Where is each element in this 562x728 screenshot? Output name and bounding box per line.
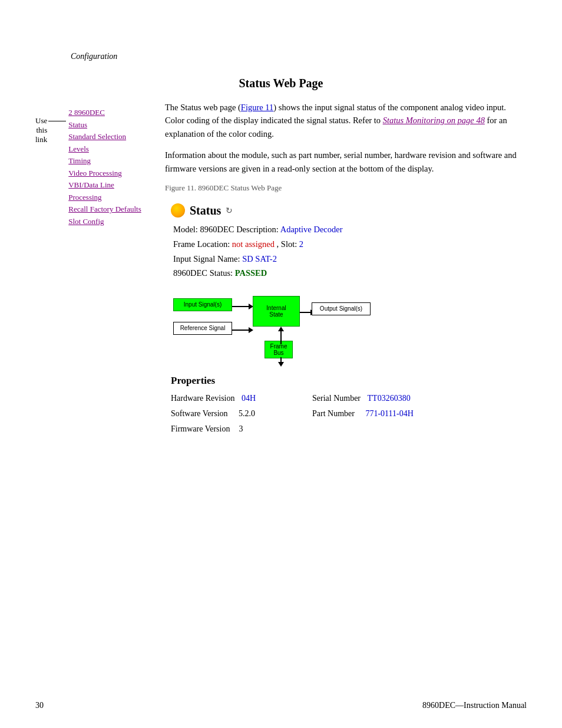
right-content: The Status web page (Figure 11) shows th… xyxy=(165,101,527,442)
properties-grid: Hardware Revision 04H Serial Number TT03… xyxy=(171,391,527,436)
nav-link-status[interactable]: Status xyxy=(68,119,141,131)
model-row: Model: 8960DEC Description: Adaptive Dec… xyxy=(173,222,527,237)
left-nav: Use this link 2 8960DEC Status Standard … xyxy=(35,101,153,442)
arrow-input-to-internal xyxy=(232,304,253,309)
status-monitoring-link[interactable]: Status Monitoring on page 48 xyxy=(383,116,485,125)
status-box: Status ↻ Model: 8960DEC Description: Ada… xyxy=(165,197,527,442)
part-number-item: Part Number 771-0111-04H xyxy=(312,407,527,421)
properties-section: Properties Hardware Revision 04H Serial … xyxy=(171,375,527,436)
arrow-down-to-framebus xyxy=(278,357,284,367)
nav-sidebar: Use this link 2 8960DEC Status Standard … xyxy=(35,106,153,227)
two-column-layout: Use this link 2 8960DEC Status Standard … xyxy=(35,101,527,442)
use-label: Use this link xyxy=(35,106,47,144)
arrow-ref-to-internal xyxy=(232,327,253,333)
nav-link-timing[interactable]: Timing xyxy=(68,155,141,167)
sw-version-item: Software Version 5.2.0 xyxy=(171,407,312,421)
nav-link-vbi-data-line[interactable]: VBI/Data Line xyxy=(68,179,141,191)
page-content: Configuration Status Web Page Use this l… xyxy=(35,35,527,442)
properties-title: Properties xyxy=(171,375,527,387)
header-text: Configuration xyxy=(71,52,117,61)
dec-status-row: 8960DEC Status: PASSED xyxy=(173,266,527,281)
figure-11-link[interactable]: Figure 11 xyxy=(241,103,273,112)
status-icon xyxy=(171,203,185,218)
status-header: Status ↻ xyxy=(171,203,527,218)
serial-number-item: Serial Number TT03260380 xyxy=(312,391,527,406)
nav-link-8960dec[interactable]: 2 8960DEC xyxy=(68,107,141,118)
nav-link-recall-factory-defaults[interactable]: Recall Factory Defaults xyxy=(68,203,141,215)
arrow-connector xyxy=(48,106,66,121)
signal-flow-diagram: Input Signal(s) Reference Signal xyxy=(173,288,373,364)
arrow-line xyxy=(48,121,66,121)
refresh-icon[interactable]: ↻ xyxy=(226,206,233,216)
nav-link-standard-selection[interactable]: Standard Selection xyxy=(68,131,141,143)
page-footer: 30 8960DEC—Instruction Manual xyxy=(35,701,527,710)
nav-link-slot-config[interactable]: Slot Config xyxy=(68,216,141,228)
hw-revision-item: Hardware Revision 04H xyxy=(171,391,312,406)
figure-section: Figure 11. 8960DEC Status Web Page Statu… xyxy=(165,183,527,442)
nav-links-container: 2 8960DEC Status Standard Selection Leve… xyxy=(68,106,141,227)
status-title-text: Status xyxy=(190,204,221,218)
input-signal-box: Input Signal(s) xyxy=(173,298,232,311)
internal-state-box: Internal State xyxy=(253,296,300,327)
nav-link-video-processing[interactable]: Video Processing xyxy=(68,167,141,179)
status-info: Model: 8960DEC Description: Adaptive Dec… xyxy=(173,222,527,281)
nav-link-levels[interactable]: Levels xyxy=(68,143,141,155)
nav-link-processing[interactable]: Processing xyxy=(68,192,141,203)
body-paragraph-2: Information about the module, such as pa… xyxy=(165,149,527,175)
fw-version-item: Firmware Version 3 xyxy=(171,422,312,436)
figure-caption: Figure 11. 8960DEC Status Web Page xyxy=(165,183,527,193)
page-title: Status Web Page xyxy=(35,77,527,90)
arrow-framebus-to-internal xyxy=(278,327,284,344)
page-number: 30 xyxy=(35,701,44,710)
body-paragraph-1: The Status web page (Figure 11) shows th… xyxy=(165,101,527,140)
frame-location-row: Frame Location: not assigned , Slot: 2 xyxy=(173,237,527,252)
output-signal-box: Output Signal(s) xyxy=(312,302,371,315)
nav-links: 2 8960DEC Status Standard Selection Leve… xyxy=(68,107,141,227)
input-signal-row: Input Signal Name: SD SAT-2 xyxy=(173,252,527,266)
page-header: Configuration xyxy=(71,52,117,61)
manual-title: 8960DEC—Instruction Manual xyxy=(422,701,527,710)
reference-signal-box: Reference Signal xyxy=(173,322,232,335)
